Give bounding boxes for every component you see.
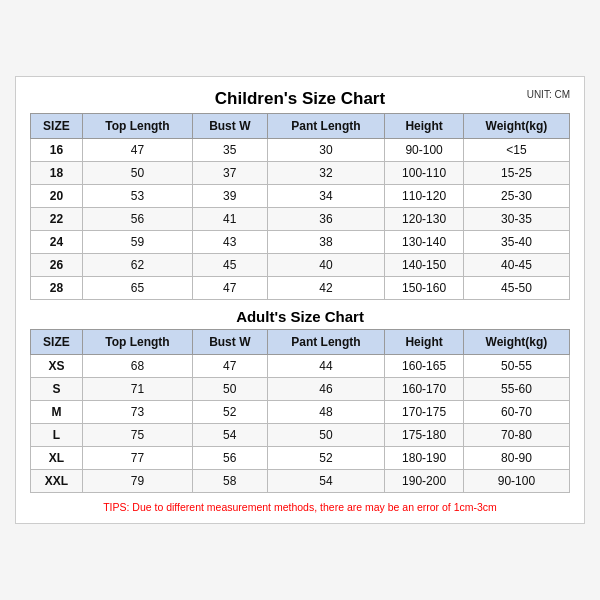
table-cell: 70-80 [463, 424, 569, 447]
adult-size-table: SIZE Top Length Bust W Pant Length Heigh… [30, 329, 570, 493]
table-row: 18503732100-11015-25 [31, 162, 570, 185]
table-cell: 39 [193, 185, 268, 208]
table-cell: 90-100 [385, 139, 464, 162]
table-row: XXL795854190-20090-100 [31, 470, 570, 493]
table-cell: 52 [193, 401, 268, 424]
table-cell: 40 [267, 254, 385, 277]
table-cell: 175-180 [385, 424, 464, 447]
table-cell: 50-55 [463, 355, 569, 378]
children-col-height: Height [385, 114, 464, 139]
table-row: 28654742150-16045-50 [31, 277, 570, 300]
table-cell: <15 [463, 139, 569, 162]
table-cell: 110-120 [385, 185, 464, 208]
children-col-size: SIZE [31, 114, 83, 139]
children-col-weight: Weight(kg) [463, 114, 569, 139]
table-cell: 38 [267, 231, 385, 254]
table-cell: 35-40 [463, 231, 569, 254]
table-row: 24594338130-14035-40 [31, 231, 570, 254]
children-size-table: SIZE Top Length Bust W Pant Length Heigh… [30, 113, 570, 300]
table-cell: 54 [193, 424, 268, 447]
table-cell: 50 [82, 162, 192, 185]
table-cell: 48 [267, 401, 385, 424]
table-cell: 46 [267, 378, 385, 401]
table-row: L755450175-18070-80 [31, 424, 570, 447]
adult-col-pant-length: Pant Length [267, 330, 385, 355]
adult-col-top-length: Top Length [82, 330, 192, 355]
table-cell: M [31, 401, 83, 424]
table-cell: 130-140 [385, 231, 464, 254]
adult-col-weight: Weight(kg) [463, 330, 569, 355]
main-title: Children's Size Chart UNIT: CM [30, 89, 570, 109]
table-cell: XS [31, 355, 83, 378]
table-cell: 77 [82, 447, 192, 470]
table-cell: 65 [82, 277, 192, 300]
table-cell: 45 [193, 254, 268, 277]
table-cell: 56 [193, 447, 268, 470]
table-cell: 36 [267, 208, 385, 231]
table-cell: 140-150 [385, 254, 464, 277]
unit-label: UNIT: CM [527, 89, 570, 100]
table-cell: 42 [267, 277, 385, 300]
table-cell: 44 [267, 355, 385, 378]
table-cell: 52 [267, 447, 385, 470]
table-cell: 47 [193, 355, 268, 378]
table-row: 22564136120-13030-35 [31, 208, 570, 231]
table-cell: 55-60 [463, 378, 569, 401]
size-chart-container: Children's Size Chart UNIT: CM SIZE Top … [15, 76, 585, 524]
table-cell: 180-190 [385, 447, 464, 470]
table-cell: 79 [82, 470, 192, 493]
table-cell: 37 [193, 162, 268, 185]
table-cell: 50 [267, 424, 385, 447]
table-cell: 56 [82, 208, 192, 231]
table-row: M735248170-17560-70 [31, 401, 570, 424]
table-cell: 71 [82, 378, 192, 401]
table-cell: 15-25 [463, 162, 569, 185]
table-cell: 16 [31, 139, 83, 162]
table-cell: 120-130 [385, 208, 464, 231]
table-cell: 150-160 [385, 277, 464, 300]
table-cell: 100-110 [385, 162, 464, 185]
table-cell: 35 [193, 139, 268, 162]
table-cell: 90-100 [463, 470, 569, 493]
table-cell: 58 [193, 470, 268, 493]
table-cell: 25-30 [463, 185, 569, 208]
children-col-bust: Bust W [193, 114, 268, 139]
table-cell: L [31, 424, 83, 447]
table-cell: 24 [31, 231, 83, 254]
table-cell: XXL [31, 470, 83, 493]
table-row: XS684744160-16550-55 [31, 355, 570, 378]
adult-section-title: Adult's Size Chart [30, 308, 570, 325]
table-cell: 80-90 [463, 447, 569, 470]
table-cell: 41 [193, 208, 268, 231]
table-row: S715046160-17055-60 [31, 378, 570, 401]
table-cell: 45-50 [463, 277, 569, 300]
table-cell: 160-165 [385, 355, 464, 378]
tips-text: TIPS: Due to different measurement metho… [30, 501, 570, 513]
table-cell: 34 [267, 185, 385, 208]
children-header-row: SIZE Top Length Bust W Pant Length Heigh… [31, 114, 570, 139]
children-title-text: Children's Size Chart [215, 89, 385, 108]
table-cell: 28 [31, 277, 83, 300]
children-col-top-length: Top Length [82, 114, 192, 139]
table-cell: 20 [31, 185, 83, 208]
table-cell: 18 [31, 162, 83, 185]
table-cell: 30-35 [463, 208, 569, 231]
table-row: 26624540140-15040-45 [31, 254, 570, 277]
table-cell: 22 [31, 208, 83, 231]
table-cell: 62 [82, 254, 192, 277]
table-cell: 47 [193, 277, 268, 300]
table-row: 1647353090-100<15 [31, 139, 570, 162]
adult-header-row: SIZE Top Length Bust W Pant Length Heigh… [31, 330, 570, 355]
table-cell: 50 [193, 378, 268, 401]
table-cell: 75 [82, 424, 192, 447]
table-cell: 32 [267, 162, 385, 185]
table-cell: 190-200 [385, 470, 464, 493]
table-cell: 30 [267, 139, 385, 162]
table-cell: 73 [82, 401, 192, 424]
table-cell: 43 [193, 231, 268, 254]
table-cell: 40-45 [463, 254, 569, 277]
adult-col-size: SIZE [31, 330, 83, 355]
adult-col-bust: Bust W [193, 330, 268, 355]
table-cell: 26 [31, 254, 83, 277]
table-cell: 53 [82, 185, 192, 208]
